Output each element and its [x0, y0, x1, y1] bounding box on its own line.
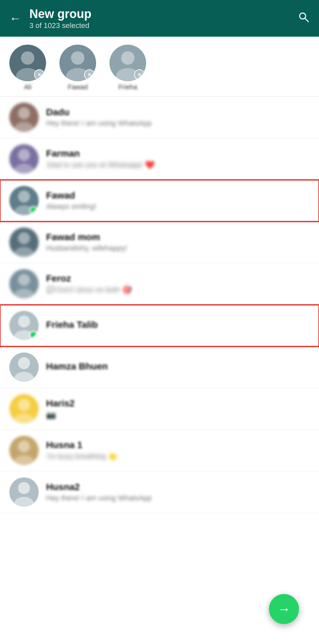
contact-item[interactable]: Feroz 💬 Don't strive on both 🎯 — [0, 263, 319, 305]
contact-status: Glad to see you at Whatsapp! ❤️ — [46, 160, 310, 170]
next-fab[interactable]: → — [269, 594, 299, 624]
svg-point-8 — [18, 107, 30, 119]
contact-name: Fawad mom — [46, 232, 310, 243]
status-emoji: ❤️ — [145, 160, 155, 170]
avatar: × — [109, 45, 146, 81]
contact-info: Feroz 💬 Don't strive on both 🎯 — [46, 273, 310, 295]
header-title-block: New group 3 of 1023 selected — [29, 7, 298, 30]
contact-info: Frieha Talib — [46, 320, 310, 331]
remove-contact-badge[interactable]: × — [34, 69, 45, 80]
svg-point-22 — [18, 399, 30, 411]
contact-status: Husbandishy, wifehappy! — [46, 244, 310, 253]
contact-item[interactable]: Haris2 📷 — [0, 388, 319, 430]
svg-point-18 — [18, 316, 30, 327]
avatar — [9, 228, 39, 257]
remove-contact-badge[interactable]: × — [134, 69, 145, 80]
status-emoji: 🎯 — [122, 285, 132, 295]
svg-point-25 — [14, 455, 34, 465]
svg-point-11 — [14, 164, 34, 174]
svg-point-20 — [18, 357, 30, 369]
contact-name: Fawad — [46, 190, 310, 201]
contact-list: Dadu Hey there! I am using WhatsApp Farm… — [0, 97, 319, 513]
contact-info: Dadu Hey there! I am using WhatsApp — [46, 107, 310, 128]
contact-info: Husna 1 I'm busy breathing 🌟 — [46, 440, 310, 461]
svg-point-15 — [14, 247, 34, 257]
contact-name: Frieha Talib — [46, 320, 310, 330]
selected-contact-ali[interactable]: × Ali — [9, 45, 46, 91]
avatar — [9, 352, 39, 382]
svg-point-10 — [18, 149, 30, 161]
avatar: × — [9, 45, 46, 81]
avatar — [9, 269, 39, 299]
avatar — [9, 103, 39, 132]
next-arrow-icon: → — [277, 602, 291, 617]
contact-status: 📷 — [46, 410, 310, 419]
search-icon[interactable] — [298, 11, 310, 26]
contact-status: 💬 Don't strive on both 🎯 — [46, 285, 310, 295]
contact-item[interactable]: Farman Glad to see you at Whatsapp! ❤️ — [0, 138, 319, 180]
contact-info: Fawad mom Husbandishy, wifehappy! — [46, 232, 310, 253]
svg-point-17 — [14, 289, 34, 299]
avatar: × — [59, 45, 96, 81]
svg-point-27 — [14, 497, 34, 507]
back-button[interactable]: ← — [9, 11, 21, 25]
selected-contacts-row: × Ali × Fawad × Frieha — [0, 37, 319, 97]
svg-point-23 — [14, 413, 34, 423]
selected-contact-name: Fawad — [68, 83, 88, 91]
svg-point-9 — [14, 122, 34, 132]
header: ← New group 3 of 1023 selected — [0, 0, 319, 37]
contact-name: Feroz — [46, 273, 310, 284]
avatar — [9, 477, 39, 507]
contact-item-fawad[interactable]: Fawad Always smiling! — [0, 180, 319, 222]
contact-info: Haris2 📷 — [46, 398, 310, 419]
contact-item[interactable]: Husna 1 I'm busy breathing 🌟 — [0, 430, 319, 471]
selected-contact-name: Frieha — [118, 83, 137, 91]
contact-item[interactable]: Fawad mom Husbandishy, wifehappy! — [0, 222, 319, 263]
contact-info: Fawad Always smiling! — [46, 190, 310, 211]
avatar — [9, 394, 39, 423]
contact-info: Husna2 Hey there! I am using WhatsApp — [46, 482, 310, 502]
contact-name: Husna 1 — [46, 440, 310, 450]
contact-info: Farman Glad to see you at Whatsapp! ❤️ — [46, 148, 310, 170]
svg-point-6 — [121, 51, 134, 65]
page-title: New group — [29, 7, 298, 21]
svg-point-16 — [18, 274, 30, 286]
svg-point-21 — [14, 372, 34, 382]
svg-point-14 — [18, 232, 30, 244]
selection-count: 3 of 1023 selected — [29, 21, 298, 30]
online-indicator — [29, 206, 37, 214]
contact-name: Dadu — [46, 107, 310, 118]
contact-name: Farman — [46, 148, 310, 159]
svg-line-1 — [305, 18, 308, 22]
status-emoji: 🌟 — [108, 452, 118, 461]
svg-point-26 — [18, 482, 30, 494]
contact-name: Haris2 — [46, 398, 310, 409]
svg-point-4 — [71, 51, 84, 65]
svg-point-2 — [21, 51, 34, 65]
contact-status: I'm busy breathing 🌟 — [46, 452, 310, 461]
avatar — [9, 311, 39, 340]
contact-status: Always smiling! — [46, 202, 310, 211]
svg-point-24 — [18, 440, 30, 452]
contact-status: Hey there! I am using WhatsApp — [46, 494, 310, 502]
contact-item[interactable]: Husna2 Hey there! I am using WhatsApp — [0, 471, 319, 513]
contact-name: Husna2 — [46, 482, 310, 492]
contact-item[interactable]: Hamza Bhuen — [0, 346, 319, 388]
svg-point-12 — [18, 191, 30, 203]
contact-name: Hamza Bhuen — [46, 361, 310, 372]
avatar — [9, 186, 39, 215]
contact-status: Hey there! I am using WhatsApp — [46, 119, 310, 128]
online-indicator — [29, 331, 37, 339]
contact-info: Hamza Bhuen — [46, 361, 310, 373]
avatar — [9, 144, 39, 174]
contact-item[interactable]: Dadu Hey there! I am using WhatsApp — [0, 97, 319, 138]
selected-contact-name: Ali — [24, 83, 31, 91]
status-emoji: 📷 — [46, 410, 56, 419]
selected-contact-fawad[interactable]: × Fawad — [59, 45, 96, 91]
remove-contact-badge[interactable]: × — [84, 69, 95, 80]
selected-contact-frieha[interactable]: × Frieha — [109, 45, 146, 91]
avatar — [9, 436, 39, 465]
contact-item-frieha[interactable]: Frieha Talib — [0, 305, 319, 346]
